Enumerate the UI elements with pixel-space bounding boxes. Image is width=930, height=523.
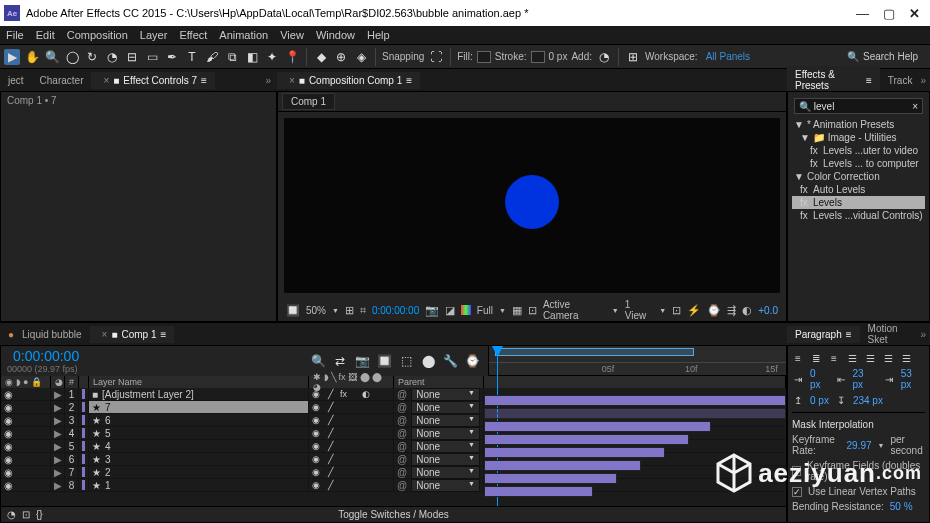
space-before-value[interactable]: 0 px (810, 395, 829, 406)
layer-switches[interactable]: ◉ ╱ fx ◐ (309, 388, 394, 400)
motion-sketch-tab[interactable]: Motion Sket (860, 320, 921, 348)
roi-icon[interactable]: ▦ (512, 304, 522, 317)
fill-swatch[interactable] (477, 51, 491, 63)
time-ruler[interactable]: 05f 10f 15f (489, 346, 786, 376)
local-axis-icon[interactable]: ◆ (313, 49, 329, 65)
menu-edit[interactable]: Edit (36, 29, 55, 41)
effects-tree-item[interactable]: fxAuto Levels (792, 183, 925, 196)
effects-tree-item[interactable]: fxLevels (792, 196, 925, 209)
layer-row[interactable]: ◉▶1■ [Adjustment Layer 2]◉ ╱ fx ◐@None▼ (1, 388, 786, 401)
indent-left-value[interactable]: 0 px (810, 368, 829, 390)
parent-dropdown[interactable]: None▼ (411, 440, 480, 453)
menu-window[interactable]: Window (316, 29, 355, 41)
pixel-aspect-icon[interactable]: ⊡ (672, 304, 681, 317)
effects-tree-item[interactable]: fxLevels ...vidual Controls) (792, 209, 925, 222)
layer-row[interactable]: ◉▶7★ 2◉ ╱@None▼ (1, 466, 786, 479)
layer-name[interactable]: ★ 1 (89, 479, 309, 491)
frame-blend-icon[interactable]: 🔲 (376, 353, 392, 369)
effects-tree-item[interactable]: ▼Color Correction (792, 170, 925, 183)
justify-center-icon[interactable]: ☰ (864, 352, 876, 364)
justify-left-icon[interactable]: ☰ (846, 352, 858, 364)
color-icon[interactable] (461, 305, 471, 315)
visibility-icon[interactable]: ◉ (4, 467, 13, 478)
layer-name[interactable]: ★ 6 (89, 414, 309, 426)
effects-presets-tab[interactable]: Effects & Presets ≡ (787, 66, 880, 94)
parent-dropdown[interactable]: None▼ (411, 466, 480, 479)
camera-tool[interactable]: ◔ (104, 49, 120, 65)
parent-dropdown[interactable]: None▼ (411, 427, 480, 440)
parent-dropdown[interactable]: None▼ (411, 414, 480, 427)
visibility-icon[interactable]: ◉ (4, 480, 13, 491)
exposure-reset-icon[interactable]: ◐ (742, 304, 752, 317)
orbit-tool[interactable]: ◯ (64, 49, 80, 65)
zoom-tool[interactable]: 🔍 (44, 49, 60, 65)
visibility-icon[interactable]: ◉ (4, 389, 13, 400)
shy-icon[interactable]: 📷 (354, 353, 370, 369)
search-layers-icon[interactable]: 🔍 (310, 353, 326, 369)
space-after-value[interactable]: 234 px (853, 395, 883, 406)
timeline-tab-comp1[interactable]: ×■ Comp 1 ≡ (90, 326, 175, 343)
comp-mini-icon[interactable]: ⇄ (332, 353, 348, 369)
add-tool-icon[interactable]: ◔ (596, 49, 612, 65)
layer-duration-bar[interactable] (484, 434, 689, 445)
layer-duration-bar[interactable] (484, 486, 593, 497)
parent-dropdown[interactable]: None▼ (411, 453, 480, 466)
transparency-icon[interactable]: ⊡ (528, 304, 537, 317)
visibility-icon[interactable]: ◉ (4, 402, 13, 413)
snapping-label[interactable]: Snapping (382, 51, 424, 62)
ep-overflow-icon[interactable]: » (920, 75, 930, 86)
flowchart-icon[interactable]: ⇶ (727, 304, 736, 317)
layer-duration-bar[interactable] (484, 447, 665, 458)
layer-switches[interactable]: ◉ ╱ (309, 479, 394, 491)
layer-duration-bar[interactable] (484, 421, 711, 432)
snapping-toggle-icon[interactable]: ⛶ (428, 49, 444, 65)
menu-animation[interactable]: Animation (219, 29, 268, 41)
label-color[interactable] (82, 428, 85, 438)
label-color[interactable] (82, 402, 85, 412)
layer-name[interactable]: ★ 2 (89, 466, 309, 478)
rotate-tool[interactable]: ↻ (84, 49, 100, 65)
visibility-icon[interactable]: ◉ (4, 454, 13, 465)
layer-duration-bar[interactable] (484, 395, 786, 406)
toggle-switches-icon[interactable]: ⊡ (22, 509, 30, 520)
panbehind-tool[interactable]: ⊟ (124, 49, 140, 65)
fast-preview-icon[interactable]: ⚡ (687, 304, 701, 317)
clone-tool[interactable]: ⧉ (224, 49, 240, 65)
pickwhip-icon[interactable]: @ (397, 415, 407, 426)
layer-row[interactable]: ◉▶8★ 1◉ ╱@None▼ (1, 479, 786, 492)
toggle-visibility-icon[interactable]: ◔ (7, 509, 16, 520)
workspace-select[interactable]: All Panels (706, 51, 750, 62)
eraser-tool[interactable]: ◧ (244, 49, 260, 65)
label-color[interactable] (82, 480, 85, 490)
channel-icon[interactable]: ◪ (445, 304, 455, 317)
search-help-input[interactable]: Search Help (863, 51, 918, 62)
brush-tool[interactable]: 🖌 (204, 49, 220, 65)
comp-subtab[interactable]: Comp 1 (282, 93, 335, 110)
keyframe-fields-checkbox[interactable] (792, 466, 801, 476)
timeline-icon[interactable]: ⌚ (707, 304, 721, 317)
toggle-switches-modes[interactable]: Toggle Switches / Modes (338, 509, 449, 520)
label-color[interactable] (82, 467, 85, 477)
pickwhip-icon[interactable]: @ (397, 480, 407, 491)
effect-controls-tab[interactable]: ×■ Effect Controls 7 ≡ (91, 72, 214, 89)
twirl-icon[interactable]: ▶ (51, 453, 65, 465)
toggle-modes-icon[interactable]: {} (36, 509, 43, 520)
layer-duration-bar[interactable] (484, 408, 786, 419)
menu-file[interactable]: File (6, 29, 24, 41)
menu-layer[interactable]: Layer (140, 29, 168, 41)
active-camera[interactable]: Active Camera (543, 299, 606, 321)
twirl-icon[interactable]: ▶ (51, 427, 65, 439)
magnify-icon[interactable]: 🔲 (286, 304, 300, 317)
menu-view[interactable]: View (280, 29, 304, 41)
roto-tool[interactable]: ✦ (264, 49, 280, 65)
character-tab[interactable]: Character (32, 72, 92, 89)
linear-vertex-checkbox[interactable] (792, 487, 802, 497)
viewer-time[interactable]: 0:00:00:00 (372, 305, 419, 316)
layer-switches[interactable]: ◉ ╱ (309, 440, 394, 452)
pickwhip-icon[interactable]: @ (397, 467, 407, 478)
layer-switches[interactable]: ◉ ╱ (309, 453, 394, 465)
world-axis-icon[interactable]: ⊕ (333, 49, 349, 65)
layer-switches[interactable]: ◉ ╱ (309, 401, 394, 413)
label-color[interactable] (82, 441, 85, 451)
align-center-icon[interactable]: ≣ (810, 352, 822, 364)
